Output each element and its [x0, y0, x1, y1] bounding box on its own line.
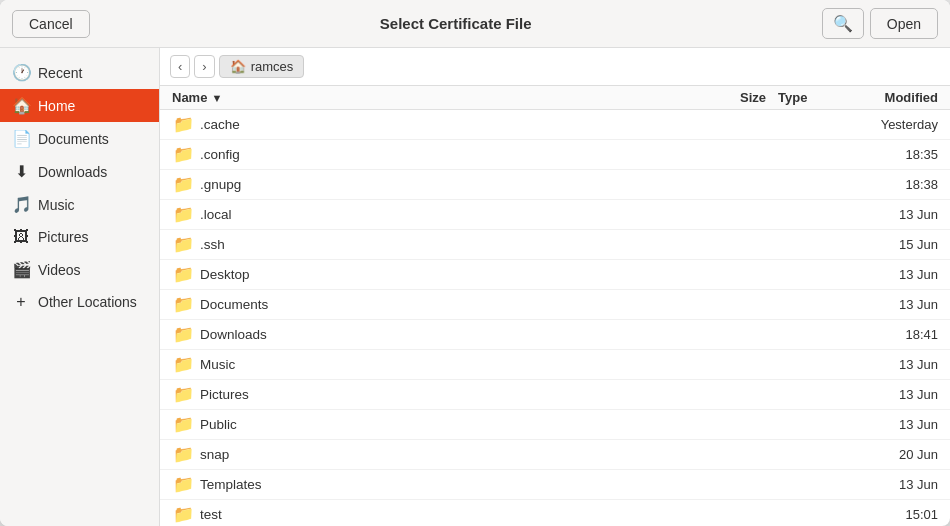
file-icon-cell: 📁 [172, 294, 194, 315]
main-area: ‹ › 🏠 ramces Name ▼ Size Type Modified [160, 48, 950, 526]
documents-icon: 📄 [12, 129, 30, 148]
file-name: .ssh [200, 237, 686, 252]
col-size-header: Size [686, 90, 766, 105]
file-name: Templates [200, 477, 686, 492]
file-modified: 18:35 [838, 147, 938, 162]
file-row[interactable]: 📁 .gnupg 18:38 [160, 170, 950, 200]
folder-special-icon: 📁 [173, 384, 194, 405]
sidebar-item-documents[interactable]: 📄 Documents [0, 122, 159, 155]
forward-button[interactable]: › [194, 55, 214, 78]
sidebar-label-videos: Videos [38, 262, 81, 278]
file-icon-cell: 📁 [172, 324, 194, 345]
sidebar-label-music: Music [38, 197, 75, 213]
sidebar-label-other: Other Locations [38, 294, 137, 310]
file-name: .gnupg [200, 177, 686, 192]
recent-icon: 🕐 [12, 63, 30, 82]
file-row[interactable]: 📁 Music 13 Jun [160, 350, 950, 380]
file-name: .local [200, 207, 686, 222]
file-name: Documents [200, 297, 686, 312]
folder-icon: 📁 [173, 204, 194, 225]
file-icon-cell: 📁 [172, 264, 194, 285]
file-list-container: Name ▼ Size Type Modified 📁 .cache Yeste… [160, 86, 950, 526]
folder-special-icon: 📁 [173, 474, 194, 495]
body: 🕐 Recent 🏠 Home 📄 Documents ⬇ Downloads … [0, 48, 950, 526]
file-name: test [200, 507, 686, 522]
file-row[interactable]: 📁 Desktop 13 Jun [160, 260, 950, 290]
sidebar-item-home[interactable]: 🏠 Home [0, 89, 159, 122]
file-modified: 13 Jun [838, 207, 938, 222]
folder-icon: 📁 [173, 234, 194, 255]
file-name: Public [200, 417, 686, 432]
file-row[interactable]: 📁 .config 18:35 [160, 140, 950, 170]
back-button[interactable]: ‹ [170, 55, 190, 78]
open-button[interactable]: Open [870, 8, 938, 39]
file-modified: 15 Jun [838, 237, 938, 252]
file-row[interactable]: 📁 Public 13 Jun [160, 410, 950, 440]
file-modified: Yesterday [838, 117, 938, 132]
file-name: Music [200, 357, 686, 372]
file-icon-cell: 📁 [172, 414, 194, 435]
col-name-header[interactable]: Name ▼ [172, 90, 686, 105]
file-row[interactable]: 📁 Pictures 13 Jun [160, 380, 950, 410]
sidebar-item-pictures[interactable]: 🖼 Pictures [0, 221, 159, 253]
file-row[interactable]: 📁 snap 20 Jun [160, 440, 950, 470]
file-modified: 13 Jun [838, 387, 938, 402]
col-type-header: Type [778, 90, 838, 105]
file-icon-cell: 📁 [172, 354, 194, 375]
file-name: .cache [200, 117, 686, 132]
file-row[interactable]: 📁 Downloads 18:41 [160, 320, 950, 350]
folder-icon: 📁 [173, 144, 194, 165]
pictures-icon: 🖼 [12, 228, 30, 246]
file-name: snap [200, 447, 686, 462]
header-left: Cancel [12, 10, 90, 38]
file-name: Downloads [200, 327, 686, 342]
music-icon: 🎵 [12, 195, 30, 214]
sidebar-label-downloads: Downloads [38, 164, 107, 180]
file-icon-cell: 📁 [172, 234, 194, 255]
file-row[interactable]: 📁 Documents 13 Jun [160, 290, 950, 320]
header: Cancel Select Certificate File 🔍 Open [0, 0, 950, 48]
dialog: Cancel Select Certificate File 🔍 Open 🕐 … [0, 0, 950, 526]
header-right: 🔍 Open [822, 8, 938, 39]
sidebar-item-recent[interactable]: 🕐 Recent [0, 56, 159, 89]
breadcrumb-label: ramces [251, 59, 294, 74]
file-row[interactable]: 📁 .cache Yesterday [160, 110, 950, 140]
file-icon-cell: 📁 [172, 384, 194, 405]
folder-icon: 📁 [173, 504, 194, 525]
search-button[interactable]: 🔍 [822, 8, 864, 39]
file-modified: 13 Jun [838, 357, 938, 372]
file-row[interactable]: 📁 .ssh 15 Jun [160, 230, 950, 260]
file-row[interactable]: 📁 test 15:01 [160, 500, 950, 526]
file-row[interactable]: 📁 .local 13 Jun [160, 200, 950, 230]
folder-icon: 📁 [173, 174, 194, 195]
file-row[interactable]: 📁 Templates 13 Jun [160, 470, 950, 500]
sidebar-item-videos[interactable]: 🎬 Videos [0, 253, 159, 286]
sidebar: 🕐 Recent 🏠 Home 📄 Documents ⬇ Downloads … [0, 48, 160, 526]
breadcrumb-bar: ‹ › 🏠 ramces [160, 48, 950, 86]
sidebar-label-recent: Recent [38, 65, 82, 81]
sidebar-label-documents: Documents [38, 131, 109, 147]
file-modified: 20 Jun [838, 447, 938, 462]
sidebar-item-music[interactable]: 🎵 Music [0, 188, 159, 221]
file-icon-cell: 📁 [172, 144, 194, 165]
sort-icon: ▼ [211, 92, 222, 104]
sidebar-label-pictures: Pictures [38, 229, 89, 245]
folder-icon: 📁 [173, 114, 194, 135]
folder-icon: 📁 [173, 444, 194, 465]
file-modified: 13 Jun [838, 297, 938, 312]
sidebar-item-other[interactable]: + Other Locations [0, 286, 159, 318]
home-icon: 🏠 [230, 59, 246, 74]
sidebar-label-home: Home [38, 98, 75, 114]
file-name: Desktop [200, 267, 686, 282]
folder-special-icon: 📁 [173, 264, 194, 285]
file-modified: 18:38 [838, 177, 938, 192]
breadcrumb-home[interactable]: 🏠 ramces [219, 55, 305, 78]
file-icon-cell: 📁 [172, 114, 194, 135]
cancel-button[interactable]: Cancel [12, 10, 90, 38]
col-modified-header: Modified [838, 90, 938, 105]
file-name: .config [200, 147, 686, 162]
folder-icon: 📁 [173, 414, 194, 435]
sidebar-item-downloads[interactable]: ⬇ Downloads [0, 155, 159, 188]
dialog-title: Select Certificate File [90, 15, 822, 32]
folder-special-icon: 📁 [173, 324, 194, 345]
